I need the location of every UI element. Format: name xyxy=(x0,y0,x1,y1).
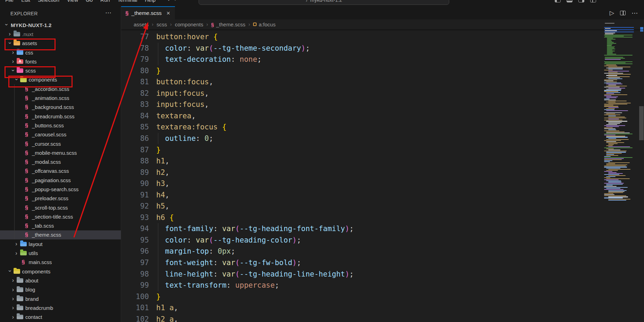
tree-item-preloader-scss[interactable]: §_preloader.scss xyxy=(0,194,121,203)
tree-item-tab-scss[interactable]: §_tab.scss xyxy=(0,221,121,230)
tree-item-label: fonts xyxy=(25,59,37,65)
minimap-line xyxy=(606,132,625,132)
minimap-line xyxy=(604,157,633,158)
tree-item-main-scss[interactable]: §main.scss xyxy=(0,258,121,267)
sass-file-icon: § xyxy=(23,177,30,183)
tree-item-label: _breadcrumb.scss xyxy=(32,113,75,119)
tab-theme-scss[interactable]: § _theme.scss × xyxy=(121,6,175,19)
tree-item-background-scss[interactable]: §_background.scss xyxy=(0,103,121,112)
chevron-closed-icon: › xyxy=(14,241,19,247)
tree-item-modal-scss[interactable]: §_modal.scss xyxy=(0,157,121,166)
code-line-101[interactable]: 101h1 a, xyxy=(121,302,644,314)
code-line-95[interactable]: 95 color: var(--tg-heading-color); xyxy=(121,235,644,246)
tree-item-pagination-scss[interactable]: §_pagination.scss xyxy=(0,176,121,185)
scrollbar-thumb[interactable] xyxy=(639,106,644,140)
line-number: 84 xyxy=(125,110,149,122)
back-arrow-icon[interactable]: ‹ xyxy=(167,0,169,3)
code-line-85[interactable]: 85textarea:focus { xyxy=(121,121,644,133)
tree-item-buttons-scss[interactable]: §_buttons.scss xyxy=(0,121,121,130)
code-line-98[interactable]: 98 line-height: var(--tg-heading-line-he… xyxy=(121,269,644,280)
code-line-86[interactable]: 86 outline: 0; xyxy=(121,133,644,144)
toggle-sidebar-icon[interactable] xyxy=(555,0,561,2)
code-line-77[interactable]: 77button:hover { xyxy=(121,31,644,43)
breadcrumb-item-assets[interactable]: assets xyxy=(134,22,149,27)
menu-file[interactable]: File xyxy=(1,0,17,5)
code-line-97[interactable]: 97 font-weight: var(--tg-fw-bold); xyxy=(121,257,644,269)
code-line-92[interactable]: 92h5, xyxy=(121,201,644,212)
menu-selection[interactable]: Selection xyxy=(34,0,63,5)
tree-item-carousel-scss[interactable]: §_carousel.scss xyxy=(0,130,121,139)
close-tab-icon[interactable]: × xyxy=(166,10,170,17)
explorer-more-actions-icon[interactable]: ⋯ xyxy=(105,9,112,17)
menu-help[interactable]: Help xyxy=(141,0,159,5)
code-editor[interactable]: 77button:hover {78 color: var(--tg-theme… xyxy=(121,29,644,322)
code-line-90[interactable]: 90h3, xyxy=(121,178,644,189)
tree-item-popup-search-scss[interactable]: §_popup-search.scss xyxy=(0,185,121,194)
run-icon[interactable]: ▷ xyxy=(610,9,614,17)
menu-view[interactable]: View xyxy=(63,0,82,5)
tree-item-components[interactable]: ›components xyxy=(0,267,121,276)
tree-item-root[interactable]: › MYKD-NUXT-1.2 xyxy=(0,20,121,29)
tree-item-about[interactable]: ›about xyxy=(0,276,121,285)
tree-item-blog[interactable]: ›blog xyxy=(0,285,121,294)
tree-item-breadcrumb-scss[interactable]: §_breadcrumb.scss xyxy=(0,112,121,121)
toggle-panel-icon[interactable] xyxy=(567,0,572,2)
tree-item-section-title-scss[interactable]: §_section-title.scss xyxy=(0,212,121,221)
code-line-91[interactable]: 91h4, xyxy=(121,189,644,201)
forward-arrow-icon[interactable]: › xyxy=(174,0,176,3)
editor-more-actions-icon[interactable]: ⋯ xyxy=(632,9,638,17)
split-editor-icon[interactable] xyxy=(620,11,626,15)
code-line-88[interactable]: 88h1, xyxy=(121,155,644,167)
breadcrumb-item-components[interactable]: components xyxy=(175,22,203,27)
code-line-89[interactable]: 89h2, xyxy=(121,167,644,178)
breadcrumb-item-a-focus[interactable]: a:focus xyxy=(259,22,275,27)
tree-item-layout[interactable]: ›layout xyxy=(0,239,121,248)
code-line-93[interactable]: 93h6 { xyxy=(121,212,644,223)
code-line-84[interactable]: 84textarea, xyxy=(121,110,644,122)
menu-terminal[interactable]: Terminal xyxy=(114,0,141,5)
sass-file-icon: § xyxy=(23,104,30,110)
tree-item-contact[interactable]: ›contact xyxy=(0,313,121,322)
breadcrumb-item-scss[interactable]: scss xyxy=(157,22,167,27)
menu-edit[interactable]: Edit xyxy=(17,0,34,5)
tree-item-animation-scss[interactable]: §_animation.scss xyxy=(0,93,121,102)
minimap-line xyxy=(606,142,624,143)
folder-icon-blog xyxy=(17,287,23,292)
code-line-82[interactable]: 82input:focus, xyxy=(121,88,644,99)
breadcrumb-item-theme-scss[interactable]: _theme.scss xyxy=(216,22,245,27)
menu-go[interactable]: Go xyxy=(82,0,97,5)
minimap-line xyxy=(604,159,622,160)
code-line-78[interactable]: 78 color: var(--tg-theme-secondary); xyxy=(121,43,644,54)
toggle-secondary-sidebar-icon[interactable] xyxy=(578,0,584,2)
code-line-99[interactable]: 99 text-transform: uppercase; xyxy=(121,280,644,291)
code-line-83[interactable]: 83input:focus, xyxy=(121,99,644,110)
tree-item-fonts[interactable]: ›Afonts xyxy=(0,57,121,66)
code-line-81[interactable]: 81button:focus, xyxy=(121,76,644,88)
code-line-100[interactable]: 100} xyxy=(121,291,644,303)
code-line-79[interactable]: 79 text-decoration: none; xyxy=(121,54,644,65)
tree-item-offcanvas-scss[interactable]: §_offcanvas.scss xyxy=(0,167,121,176)
code-line-80[interactable]: 80} xyxy=(121,65,644,77)
code-line-87[interactable]: 87} xyxy=(121,144,644,156)
customize-layout-icon[interactable] xyxy=(590,0,596,2)
minimap[interactable] xyxy=(604,23,636,322)
tree-item-scroll-top-scss[interactable]: §_scroll-top.scss xyxy=(0,203,121,212)
tree-item-utils[interactable]: ›utils xyxy=(0,248,121,257)
sass-file-icon: § xyxy=(23,232,30,238)
minimap-line xyxy=(604,130,619,131)
code-line-94[interactable]: 94 font-family: var(--tg-heading-font-fa… xyxy=(121,223,644,235)
minimap-line xyxy=(608,69,623,69)
breadcrumb-separator-icon: › xyxy=(206,22,208,27)
menu-run[interactable]: Run xyxy=(97,0,114,5)
tree-item-cursor-scss[interactable]: §_cursor.scss xyxy=(0,139,121,148)
chevron-open-icon: › xyxy=(7,268,12,274)
tree-item-theme-scss[interactable]: §_theme.scss xyxy=(0,230,121,239)
tree-item-brand[interactable]: ›brand xyxy=(0,294,121,303)
tree-item-breadcrumb[interactable]: ›breadcrumb xyxy=(0,303,121,312)
command-center[interactable]: › mykd-nuxt-1.2 xyxy=(199,0,449,5)
tree-item-nuxt[interactable]: ›.nuxt xyxy=(0,29,121,39)
code-line-96[interactable]: 96 margin-top: 0px; xyxy=(121,246,644,257)
tree-item-mobile-menu-scss[interactable]: §_mobile-menu.scss xyxy=(0,148,121,157)
editor-scrollbar[interactable] xyxy=(639,19,644,322)
code-line-102[interactable]: 102h2 a, xyxy=(121,314,644,322)
